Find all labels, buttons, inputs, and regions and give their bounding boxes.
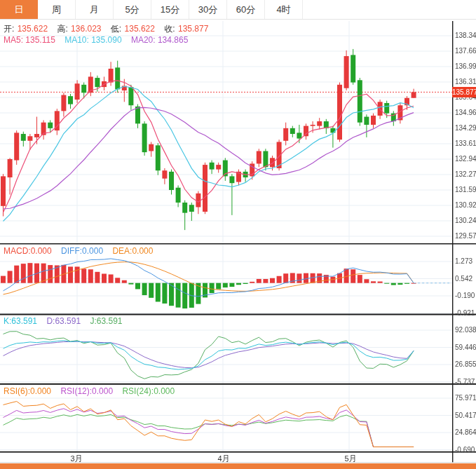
d-value: D:63.591: [46, 316, 81, 326]
price-axis-tick: 136.317: [455, 78, 476, 86]
rsi-legend-row: RSI(6):0.000 RSI(12):0.000 RSI(24):0.000: [4, 386, 182, 396]
tab-周[interactable]: 周: [38, 0, 76, 19]
tab-4时[interactable]: 4时: [265, 0, 303, 19]
high-value: 136.023: [71, 24, 101, 34]
ma10-value: MA10: 135.090: [64, 35, 121, 45]
month-label: 3月: [70, 454, 82, 464]
rsi-axis-tick: 24.864: [455, 428, 476, 437]
low-label: 低:: [111, 24, 121, 34]
last-price-tag: 135.877: [452, 87, 476, 97]
rsi6-value: RSI(6):0.000: [4, 386, 51, 396]
ohlc-info-row: 开: 135.622 高: 136.023 低: 135.622 收: 135.…: [4, 23, 215, 35]
low-value: 135.622: [125, 24, 155, 34]
j-value: J:63.591: [90, 316, 122, 326]
price-axis-tick: 132.271: [455, 170, 476, 179]
rsi24-value: RSI(24):0.000: [122, 386, 175, 396]
price-axis-tick: 137.666: [455, 47, 476, 55]
close-value: 135.877: [178, 24, 208, 34]
rsi12-value: RSI(12):0.000: [60, 386, 113, 396]
macd-axis-tick: -0.190: [455, 292, 475, 300]
macd-legend-row: MACD:0.000 DIFF:0.000 DEA:0.000: [4, 246, 160, 256]
price-axis-tick: 134.294: [455, 124, 476, 132]
open-label: 开:: [4, 24, 14, 34]
kline-chart-app: 日周月5分15分30分60分4时 开: 135.622 高: 136.023 低…: [0, 0, 476, 469]
price-axis-tick: 130.922: [455, 201, 476, 210]
month-label: 5月: [344, 454, 356, 464]
tab-30分[interactable]: 30分: [189, 0, 227, 19]
ma20-value: MA20: 134.865: [131, 35, 188, 45]
ma-legend-row: MA5: 135.115 MA10: 135.090 MA20: 134.865: [4, 35, 195, 45]
open-value: 135.622: [18, 24, 48, 34]
kline-chart-canvas[interactable]: [0, 0, 476, 469]
tab-日[interactable]: 日: [0, 0, 38, 19]
rsi-axis-tick: -0.690: [455, 446, 475, 454]
macd-axis-tick: -0.921: [455, 309, 475, 318]
timeframe-tabbar: 日周月5分15分30分60分4时: [0, 0, 476, 20]
diff-value: DIFF:0.000: [61, 246, 103, 256]
bottom-accent-bar: [0, 463, 476, 469]
price-axis-tick: 131.596: [455, 186, 476, 194]
price-axis-tick: 132.945: [455, 155, 476, 163]
price-axis-tick: 136.991: [455, 62, 476, 71]
price-axis-tick: 129.573: [455, 232, 476, 240]
kdj-axis-tick: -5.737: [455, 378, 475, 386]
rsi-axis-tick: 75.971: [455, 394, 476, 402]
close-label: 收:: [164, 24, 175, 34]
k-value: K:63.591: [4, 316, 37, 326]
macd-axis-tick: 1.273: [455, 257, 472, 266]
month-label: 4月: [217, 454, 229, 464]
high-label: 高:: [57, 24, 67, 34]
macd-value: MACD:0.000: [4, 246, 52, 256]
kdj-legend-row: K:63.591 D:63.591 J:63.591: [4, 316, 129, 326]
tab-5分[interactable]: 5分: [114, 0, 151, 19]
price-axis-tick: 138.340: [455, 32, 476, 40]
tab-60分[interactable]: 60分: [227, 0, 265, 19]
kdj-axis-tick: 59.446: [455, 344, 476, 352]
price-axis-tick: 133.619: [455, 140, 476, 148]
kdj-axis-tick: 92.038: [455, 326, 476, 334]
kdj-axis-tick: 26.855: [455, 360, 476, 369]
rsi-axis-tick: 50.417: [455, 412, 476, 420]
price-axis-tick: 134.968: [455, 109, 476, 117]
tab-月[interactable]: 月: [76, 0, 114, 19]
dea-value: DEA:0.000: [112, 246, 153, 256]
price-axis-tick: 130.247: [455, 217, 476, 225]
macd-axis-tick: 0.542: [455, 275, 472, 283]
ma5-value: MA5: 135.115: [4, 35, 55, 45]
tab-15分[interactable]: 15分: [151, 0, 189, 19]
